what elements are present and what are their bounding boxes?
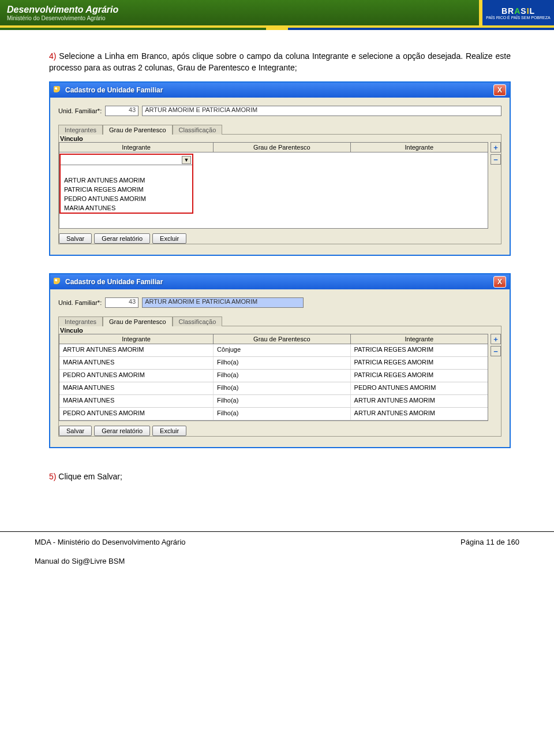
table-row[interactable]: ARTUR ANTUNES AMORIMCônjugePATRICIA REGE…: [59, 344, 488, 357]
cell-integrante-a: PEDRO ANTUNES AMORIM: [59, 370, 214, 382]
add-row-button[interactable]: +: [491, 142, 501, 152]
cell-integrante-b: ARTUR ANTUNES AMORIM: [351, 395, 488, 407]
step-4-text: 4) Selecione a Linha em Branco, após cli…: [49, 51, 511, 73]
col-grau[interactable]: Grau de Parentesco: [214, 143, 350, 152]
tab-grau-parentesco[interactable]: Grau de Parentesco: [103, 125, 172, 135]
cell-integrante-a: PEDRO ANTUNES AMORIM: [59, 408, 214, 420]
cell-integrante-b: ARTUR ANTUNES AMORIM: [351, 408, 488, 420]
minus-icon: −: [493, 347, 498, 356]
vinculo-label: Vínculo: [60, 327, 501, 334]
cell-integrante-b: PEDRO ANTUNES AMORIM: [351, 382, 488, 394]
brasil-logo: BRASIL: [501, 6, 535, 16]
cell-integrante-a: MARIA ANTUNES: [59, 395, 214, 407]
col-integrante-1[interactable]: Integrante: [59, 334, 214, 344]
cell-integrante-b: PATRICIA REGES AMORIM: [351, 370, 488, 382]
banner-left: Desenvolvimento Agrário Ministério do De…: [0, 5, 118, 21]
cell-grau: Filho(a): [214, 357, 350, 369]
unid-name-field[interactable]: ARTUR AMORIM E PATRICIA AMORIM: [142, 297, 304, 308]
plus-icon: +: [493, 143, 498, 152]
vinculo-grid-2[interactable]: Integrante Grau de Parentesco Integrante…: [59, 334, 488, 421]
brand-slogan: PAÍS RICO É PAÍS SEM POBREZA: [486, 16, 550, 20]
table-row[interactable]: MARIA ANTUNESFilho(a)PATRICIA REGES AMOR…: [59, 357, 488, 370]
banner-title: Desenvolvimento Agrário: [7, 5, 118, 15]
vinculo-grid-1[interactable]: Integrante Grau de Parentesco Integrante…: [59, 142, 488, 229]
java-icon: [54, 278, 62, 286]
close-button[interactable]: X: [493, 276, 506, 288]
tabs: Integrantes Grau de Parentesco Classific…: [58, 316, 501, 326]
tab-integrantes[interactable]: Integrantes: [58, 125, 103, 135]
table-row[interactable]: PEDRO ANTUNES AMORIMFilho(a)ARTUR ANTUNE…: [59, 408, 488, 420]
window-cadastro-1: Cadastro de Unidade Familiar X Unid. Fam…: [49, 81, 511, 256]
gerar-relatorio-button[interactable]: Gerar relatório: [94, 233, 150, 244]
vinculo-label: Vínculo: [60, 135, 501, 142]
cell-integrante-a: MARIA ANTUNES: [59, 357, 214, 369]
step-5-text: 5) Clique em Salvar;: [49, 471, 511, 483]
table-row[interactable]: MARIA ANTUNESFilho(a)PEDRO ANTUNES AMORI…: [59, 382, 488, 395]
plus-icon: +: [493, 335, 498, 344]
cell-grau: Filho(a): [214, 382, 350, 394]
cell-integrante-b: PATRICIA REGES AMORIM: [351, 357, 488, 369]
dropdown-option[interactable]: MARIA ANTUNES: [61, 203, 192, 213]
add-row-button[interactable]: +: [491, 334, 501, 344]
dropdown-option[interactable]: PEDRO ANTUNES AMORIM: [61, 194, 192, 203]
cell-grau: Filho(a): [214, 370, 350, 382]
col-integrante-1[interactable]: Integrante: [59, 143, 214, 152]
window-title: Cadastro de Unidade Familiar: [65, 86, 163, 94]
window-cadastro-2: Cadastro de Unidade Familiar X Unid. Fam…: [49, 273, 511, 448]
close-icon: X: [497, 86, 502, 94]
step-5-body: Clique em Salvar;: [58, 472, 122, 481]
remove-row-button[interactable]: −: [491, 346, 501, 356]
step-4-number: 4): [49, 51, 56, 61]
cell-grau: Filho(a): [214, 408, 350, 420]
cell-integrante-b: PATRICIA REGES AMORIM: [351, 344, 488, 356]
remove-row-button[interactable]: −: [491, 154, 501, 165]
table-row[interactable]: MARIA ANTUNESFilho(a)ARTUR ANTUNES AMORI…: [59, 395, 488, 408]
titlebar[interactable]: Cadastro de Unidade Familiar X: [50, 83, 510, 98]
salvar-button[interactable]: Salvar: [59, 233, 92, 244]
banner-subtitle: Ministério do Desenvolvimento Agrário: [7, 15, 118, 21]
cell-integrante-a: ARTUR ANTUNES AMORIM: [59, 344, 214, 356]
tab-classificacao[interactable]: Classificação: [173, 316, 223, 326]
tab-integrantes[interactable]: Integrantes: [58, 316, 103, 326]
java-icon: [54, 86, 62, 94]
cell-grau: Cônjuge: [214, 344, 350, 356]
banner-brand: BRASIL PAÍS RICO É PAÍS SEM POBREZA: [479, 0, 554, 25]
unid-name-field[interactable]: ARTUR AMORIM E PATRICIA AMORIM: [142, 106, 501, 116]
excluir-button[interactable]: Excluir: [152, 426, 186, 436]
tab-grau-parentesco[interactable]: Grau de Parentesco: [103, 316, 172, 326]
close-button[interactable]: X: [493, 84, 506, 96]
integrante-dropdown[interactable]: ▼ ARTUR ANTUNES AMORIM PATRICIA REGES AM…: [59, 154, 193, 214]
table-row[interactable]: PEDRO ANTUNES AMORIMFilho(a)PATRICIA REG…: [59, 370, 488, 382]
dropdown-option[interactable]: PATRICIA REGES AMORIM: [61, 185, 192, 194]
unid-familiar-label: Unid. Familiar*:: [58, 107, 102, 114]
flag-stripe: [0, 28, 554, 30]
close-icon: X: [497, 278, 502, 286]
tab-classificacao[interactable]: Classificação: [173, 125, 223, 135]
window-title: Cadastro de Unidade Familiar: [65, 278, 163, 286]
col-integrante-2[interactable]: Integrante: [351, 143, 488, 152]
footer-right: Página 11 de 160: [461, 538, 519, 546]
excluir-button[interactable]: Excluir: [152, 233, 186, 244]
footer-manual: Manual do Sig@Livre BSM: [35, 557, 519, 565]
step-5-number: 5): [49, 472, 56, 481]
page-header-banner: Desenvolvimento Agrário Ministério do De…: [0, 0, 554, 28]
dropdown-blank-option[interactable]: [61, 165, 192, 176]
tabs: Integrantes Grau de Parentesco Classific…: [58, 124, 501, 134]
unid-id-field[interactable]: 43: [105, 106, 138, 116]
titlebar[interactable]: Cadastro de Unidade Familiar X: [50, 274, 510, 289]
unid-familiar-label: Unid. Familiar*:: [58, 299, 102, 306]
chevron-down-icon[interactable]: ▼: [182, 156, 191, 164]
gerar-relatorio-button[interactable]: Gerar relatório: [94, 426, 150, 436]
minus-icon: −: [493, 155, 498, 164]
dropdown-option[interactable]: ARTUR ANTUNES AMORIM: [61, 176, 192, 185]
step-4-body: Selecione a Linha em Branco, após clique…: [49, 51, 511, 72]
col-grau[interactable]: Grau de Parentesco: [214, 334, 350, 344]
footer-left: MDA - Ministério do Desenvolvimento Agrá…: [35, 538, 186, 546]
cell-grau: Filho(a): [214, 395, 350, 407]
salvar-button[interactable]: Salvar: [59, 426, 92, 436]
col-integrante-2[interactable]: Integrante: [351, 334, 488, 344]
page-footer: MDA - Ministério do Desenvolvimento Agrá…: [0, 531, 554, 575]
cell-integrante-a: MARIA ANTUNES: [59, 382, 214, 394]
unid-id-field[interactable]: 43: [105, 297, 138, 308]
